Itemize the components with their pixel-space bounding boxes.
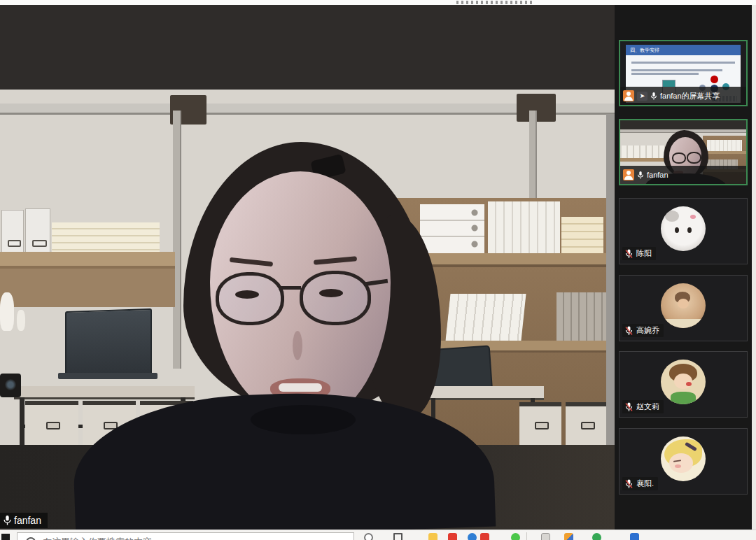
slide-text-line [631, 73, 699, 75]
participant-name: 陈阳 [636, 248, 652, 259]
desk [14, 386, 195, 399]
turtleneck-collar [251, 405, 356, 434]
mic-muted-icon [624, 479, 634, 489]
avatar-portrait-photo [661, 283, 706, 328]
wall-edge [606, 114, 615, 450]
wood-backing [0, 269, 175, 307]
screen-share-name: fanfan的屏幕共享 [660, 91, 720, 101]
slide-text-line [631, 62, 735, 64]
glasses-bridge [279, 286, 301, 290]
gray-books [556, 292, 606, 341]
tile-participant-chenyang[interactable]: 陈阳 [619, 198, 748, 264]
file-explorer-icon[interactable] [428, 533, 438, 540]
shelf-board-left [0, 252, 175, 269]
diagram-node-red [710, 76, 718, 83]
room-dark-wall [0, 5, 615, 90]
green-sphere-icon[interactable] [592, 533, 601, 540]
edge-icon[interactable] [468, 533, 477, 540]
white-vase [0, 292, 14, 331]
window-title-strip [0, 0, 756, 5]
participants-sidebar: 四、教学安排 ➤ [615, 5, 756, 530]
book-stacks-left [52, 222, 160, 253]
presenter-icon [623, 169, 634, 180]
window-right-edge [752, 5, 756, 530]
white-books [488, 201, 560, 253]
main-video-stage[interactable]: fanfan [0, 5, 615, 530]
speaker-name-label: fanfan [14, 515, 41, 526]
white-books [445, 294, 526, 341]
screen-share-label-bar: ➤ fanfan的屏幕共享 [620, 87, 746, 105]
tile-participant-xiangyang[interactable]: 襄阳. [619, 428, 748, 495]
speaker-name-tag: fanfan [0, 513, 48, 528]
participant-label: 襄阳. [622, 477, 658, 490]
truncated-title-text [456, 1, 535, 4]
white-vase [17, 310, 25, 331]
start-button[interactable] [1, 534, 10, 540]
lock-icon[interactable] [541, 533, 550, 540]
laptop-base [58, 373, 158, 379]
fanfan-label-bar: fanfan [620, 166, 746, 184]
avatar-anime-wink [661, 436, 706, 481]
windows-taskbar [0, 530, 756, 540]
teeth [279, 383, 322, 392]
meeting-window: fanfan 四、教学安排 [0, 5, 756, 530]
participant-label: 高婉乔 [622, 324, 664, 337]
mail-icon[interactable] [448, 533, 457, 540]
taskbar-divider [526, 532, 527, 540]
search-input[interactable] [41, 536, 338, 540]
tile-fanfan-video[interactable]: fanfan [619, 119, 748, 185]
eye [319, 289, 343, 297]
blue-app-icon[interactable] [630, 533, 639, 540]
participant-name: 赵文莉 [636, 402, 659, 412]
glasses-lens [300, 271, 371, 325]
camera-tripod [0, 374, 21, 397]
participant-label: 赵文莉 [622, 400, 664, 413]
avatar-white-cat [661, 206, 706, 251]
white-binders [420, 204, 484, 253]
wechat-icon[interactable] [511, 533, 520, 540]
wps-icon[interactable] [480, 533, 489, 540]
cortana-icon[interactable] [364, 533, 373, 540]
participant-name: fanfan [647, 171, 668, 179]
mic-on-icon [3, 515, 12, 526]
file-box [25, 208, 50, 253]
shelf-post [529, 111, 537, 201]
screen-share-icon: ➤ [637, 92, 648, 101]
eye [235, 290, 259, 299]
mic-on-icon [637, 171, 644, 180]
shelf-post [173, 111, 181, 369]
participant-name: 襄阳. [636, 478, 654, 489]
presenter-icon [623, 90, 634, 101]
slide-text-line [631, 69, 722, 71]
slide-title-bar: 四、教学安排 [626, 45, 741, 55]
desk-leg [20, 397, 24, 450]
laptop [65, 308, 152, 378]
file-box [1, 210, 24, 253]
office-icon[interactable] [564, 533, 573, 540]
mic-muted-icon [624, 402, 634, 412]
mic-on-icon [650, 92, 657, 101]
mic-muted-icon [624, 326, 634, 336]
taskbar-search[interactable] [17, 532, 354, 540]
avatar-cartoon-boy [661, 360, 706, 404]
participant-name: 高婉乔 [636, 325, 659, 336]
side-table [427, 386, 544, 400]
tile-screen-share[interactable]: 四、教学安排 ➤ [619, 40, 748, 106]
storage-boxes-right [519, 402, 608, 448]
task-view-icon[interactable] [393, 533, 402, 540]
glasses-lens [216, 272, 284, 325]
tile-participant-gaowanqiao[interactable]: 高婉乔 [619, 275, 748, 341]
tile-participant-zhaowenli[interactable]: 赵文莉 [619, 351, 748, 418]
participant-label: 陈阳 [622, 247, 656, 260]
search-icon [26, 537, 36, 540]
nose-shadow [293, 331, 302, 360]
mic-muted-icon [624, 249, 634, 259]
book-stack [561, 217, 603, 253]
